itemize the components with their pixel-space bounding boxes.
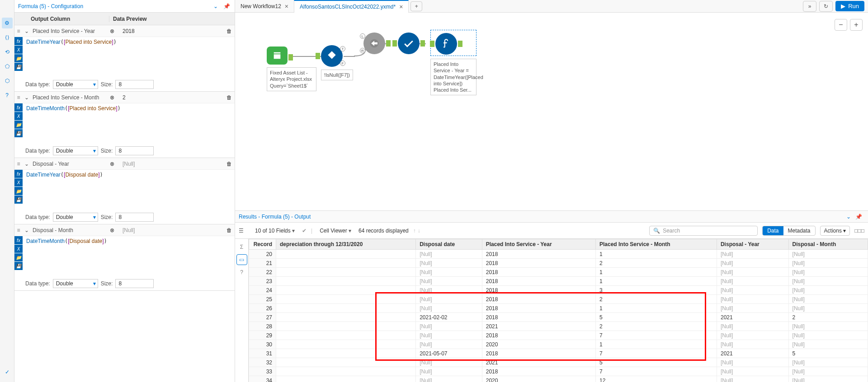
table-cell[interactable]: [Null]	[416, 259, 482, 268]
save-icon[interactable]: 💾	[14, 129, 23, 137]
table-cell[interactable]: [Null]	[788, 250, 868, 259]
table-cell[interactable]: [Null]	[416, 322, 482, 331]
input-tool-node[interactable]: Fixed Asset List - Alteryx Project.xlsx …	[267, 47, 316, 91]
table-cell[interactable]: [Null]	[788, 331, 868, 340]
overflow-icon[interactable]: »	[803, 1, 816, 12]
table-cell[interactable]: 7	[595, 331, 717, 340]
table-row[interactable]: 30[Null]20201[Null][Null]	[249, 340, 868, 349]
table-row[interactable]: 28[Null]20212[Null][Null]	[249, 322, 868, 331]
table-cell[interactable]: [Null]	[788, 277, 868, 286]
table-row[interactable]: 34[Null]202012[Null][Null]	[249, 376, 868, 382]
table-row[interactable]: 312021-05-072018720215	[249, 349, 868, 358]
table-cell[interactable]: [Null]	[717, 286, 788, 295]
table-cell[interactable]	[276, 286, 416, 295]
table-cell[interactable]: [Null]	[717, 340, 788, 349]
zoom-out-button[interactable]: −	[835, 19, 847, 31]
table-cell[interactable]: 25	[249, 295, 276, 304]
save-icon[interactable]: 💾	[14, 63, 23, 71]
help-icon[interactable]: ?	[236, 267, 247, 278]
table-cell[interactable]: 2018	[482, 304, 595, 313]
table-cell[interactable]: [Null]	[788, 358, 868, 367]
table-cell[interactable]	[276, 349, 416, 358]
table-cell[interactable]: 30	[249, 340, 276, 349]
trash-icon[interactable]: 🗑	[224, 28, 235, 34]
table-cell[interactable]: 12	[595, 376, 717, 382]
table-cell[interactable]: 24	[249, 286, 276, 295]
table-cell[interactable]: [Null]	[416, 277, 482, 286]
datatype-dropdown[interactable]: Double	[53, 279, 98, 288]
table-cell[interactable]: 7	[595, 349, 717, 358]
code-icon[interactable]: ⟨⟩	[2, 32, 13, 43]
table-cell[interactable]: 2021-05-07	[416, 349, 482, 358]
workflow-tab[interactable]: New Workflow12×	[235, 0, 294, 13]
table-cell[interactable]: 2021	[482, 322, 595, 331]
column-header[interactable]: Disposal - Year	[717, 239, 788, 250]
table-cell[interactable]: 5	[788, 349, 868, 358]
drag-handle-icon[interactable]: ≡	[14, 94, 23, 101]
column-name[interactable]: Placed Into Service - Month	[31, 94, 110, 101]
table-row[interactable]: 24[Null]20183[Null][Null]	[249, 286, 868, 295]
data-view-icon[interactable]: ▭	[236, 254, 247, 265]
table-cell[interactable]: 7	[595, 367, 717, 376]
table-cell[interactable]	[276, 331, 416, 340]
table-cell[interactable]: 1	[595, 250, 717, 259]
column-name[interactable]: Disposal - Month	[31, 227, 110, 233]
close-icon[interactable]: ×	[285, 3, 288, 10]
table-cell[interactable]: 21	[249, 259, 276, 268]
table-cell[interactable]: 2021	[717, 349, 788, 358]
package-icon[interactable]: ⬡	[2, 75, 13, 86]
menu-icon[interactable]: ☰	[239, 228, 248, 234]
search-input[interactable]: 🔍 Search	[649, 226, 758, 236]
chevron-down-icon[interactable]: ⌄	[23, 227, 31, 233]
anchor-false[interactable]: F	[340, 61, 345, 66]
clear-icon[interactable]: ⊗	[110, 28, 119, 34]
anchor-out[interactable]	[386, 40, 391, 47]
help-icon[interactable]: ?	[2, 90, 13, 101]
table-cell[interactable]: [Null]	[416, 268, 482, 277]
folder-icon[interactable]: 📁	[14, 54, 23, 62]
x-icon[interactable]: X	[14, 178, 23, 186]
history-icon[interactable]: ↻	[819, 1, 833, 12]
table-row[interactable]: 21[Null]20182[Null][Null]	[249, 259, 868, 268]
table-cell[interactable]: 33	[249, 367, 276, 376]
column-header[interactable]: Record	[249, 239, 276, 250]
column-name[interactable]: Disposal - Year	[31, 161, 110, 167]
drag-handle-icon[interactable]: ≡	[14, 161, 23, 167]
column-header[interactable]: Placed Into Service - Year	[482, 239, 595, 250]
fx-icon[interactable]: fx	[14, 37, 23, 45]
table-cell[interactable]: [Null]	[717, 268, 788, 277]
table-cell[interactable]: 2018	[482, 349, 595, 358]
size-input[interactable]: 8	[115, 80, 154, 89]
data-tab[interactable]: Data	[763, 226, 783, 235]
chevron-down-icon[interactable]: ⌄	[211, 2, 220, 11]
table-row[interactable]: 22[Null]20181[Null][Null]	[249, 268, 868, 277]
table-row[interactable]: 20[Null]20181[Null][Null]	[249, 250, 868, 259]
table-cell[interactable]: [Null]	[416, 295, 482, 304]
table-cell[interactable]	[276, 367, 416, 376]
folder-icon[interactable]: 📁	[14, 187, 23, 195]
table-cell[interactable]: 1	[595, 340, 717, 349]
column-header[interactable]: depreciation through 12/31/2020	[276, 239, 416, 250]
table-cell[interactable]: 2018	[482, 250, 595, 259]
clear-icon[interactable]: ⊗	[110, 227, 119, 233]
table-cell[interactable]: [Null]	[788, 376, 868, 382]
table-cell[interactable]: 27	[249, 313, 276, 322]
trash-icon[interactable]: 🗑	[224, 227, 235, 233]
size-input[interactable]: 8	[115, 213, 154, 222]
x-icon[interactable]: X	[14, 245, 23, 253]
table-cell[interactable]: [Null]	[717, 304, 788, 313]
table-row[interactable]: 33[Null]20187[Null][Null]	[249, 367, 868, 376]
chevron-down-icon[interactable]: ⌄	[23, 94, 31, 101]
layout-icons[interactable]: □□□	[854, 228, 864, 234]
table-cell[interactable]: 2	[595, 295, 717, 304]
run-button[interactable]: ▶ Run	[835, 1, 864, 11]
table-cell[interactable]	[276, 304, 416, 313]
trash-icon[interactable]: 🗑	[224, 94, 235, 101]
table-cell[interactable]: [Null]	[788, 268, 868, 277]
table-cell[interactable]: 2021-02-02	[416, 313, 482, 322]
anchor-in[interactable]: R	[360, 48, 365, 53]
table-cell[interactable]: 2021	[482, 358, 595, 367]
table-cell[interactable]: 2018	[482, 286, 595, 295]
table-cell[interactable]: 2	[595, 322, 717, 331]
column-header[interactable]: Disposal - Month	[788, 239, 868, 250]
